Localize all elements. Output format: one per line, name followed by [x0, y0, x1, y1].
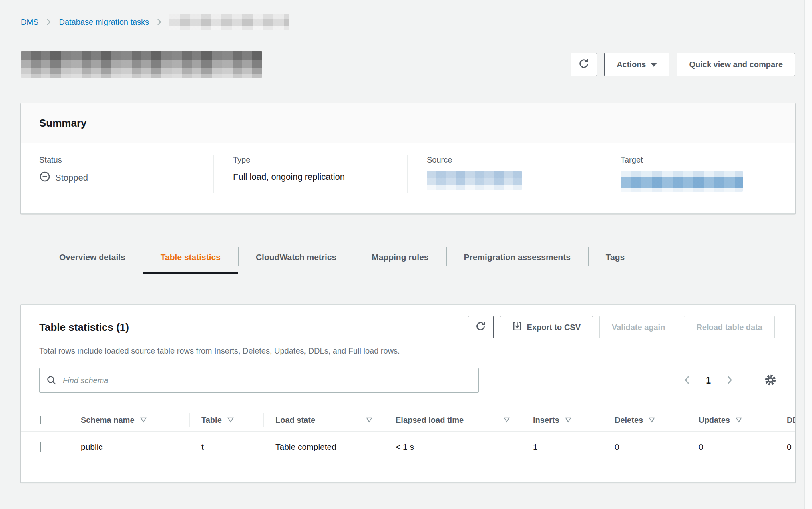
tab-tags[interactable]: Tags [588, 242, 642, 273]
tab-cloudwatch-metrics[interactable]: CloudWatch metrics [238, 242, 354, 273]
column-label: Elapsed load time [396, 416, 464, 425]
sort-icon[interactable] [140, 417, 147, 423]
type-value: Full load, ongoing replication [233, 171, 388, 183]
quick-view-compare-label: Quick view and compare [689, 60, 783, 69]
cell-deletes: 0 [603, 442, 687, 452]
summary-col-status: Status Stopped [21, 155, 213, 193]
column-label: Inserts [533, 416, 559, 425]
table-statistics-title: Table statistics (1) [39, 321, 129, 334]
table-statistics-header: Table statistics (1) Export to CSV Valid… [21, 316, 795, 338]
row-checkbox[interactable] [40, 442, 41, 452]
cell-load-state: Table completed [263, 442, 384, 452]
actions-button[interactable]: Actions [604, 53, 669, 76]
table-refresh-button[interactable] [468, 316, 494, 338]
refresh-icon [475, 321, 486, 334]
breadcrumb: DMS Database migration tasks [21, 14, 795, 30]
page-header: Actions Quick view and compare [21, 51, 795, 78]
breadcrumb-chevron-icon [156, 18, 162, 26]
column-header-updates[interactable]: Updates [687, 408, 775, 431]
next-page-button[interactable] [722, 374, 737, 387]
status-stopped-icon [39, 171, 50, 185]
source-label: Source [427, 155, 582, 165]
cell-ddls: 0 [775, 442, 795, 452]
summary-card-header: Summary [21, 103, 795, 143]
status-text: Stopped [55, 173, 88, 183]
sort-icon[interactable] [227, 417, 234, 423]
search-icon [46, 375, 57, 387]
tab-table-statistics[interactable]: Table statistics [143, 242, 238, 273]
cell-elapsed-load-time: < 1 s [384, 442, 521, 452]
breadcrumb-current-redacted [169, 14, 289, 30]
refresh-icon [578, 58, 589, 71]
row-checkbox-cell [21, 442, 69, 452]
header-checkbox-cell [21, 416, 69, 424]
cell-updates: 0 [687, 442, 775, 452]
sort-icon[interactable] [565, 417, 571, 423]
validate-again-button[interactable]: Validate again [599, 316, 677, 338]
column-header-deletes[interactable]: Deletes [603, 408, 687, 431]
reload-table-data-button[interactable]: Reload table data [684, 316, 775, 338]
table-statistics-description: Total rows include loaded source table r… [39, 346, 777, 356]
tab-mapping-rules[interactable]: Mapping rules [354, 242, 446, 273]
header-actions: Actions Quick view and compare [571, 53, 795, 76]
sort-icon[interactable] [649, 417, 655, 423]
export-to-csv-label: Export to CSV [527, 323, 581, 332]
breadcrumb-link-dms[interactable]: DMS [21, 18, 38, 27]
column-header-table[interactable]: Table [189, 408, 263, 431]
tab-premigration-assessments[interactable]: Premigration assessments [446, 242, 588, 273]
chevron-down-icon [651, 63, 657, 67]
sort-icon[interactable] [736, 417, 742, 423]
summary-title: Summary [39, 117, 777, 129]
table-row[interactable]: public t Table completed < 1 s 1 0 0 0 [21, 432, 795, 473]
refresh-button[interactable] [571, 53, 597, 76]
current-page-number: 1 [706, 375, 711, 386]
cell-schema-name: public [69, 442, 189, 452]
column-label: Deletes [615, 416, 643, 425]
type-label: Type [233, 155, 388, 165]
cell-table: t [189, 442, 263, 452]
cell-inserts: 1 [521, 442, 603, 452]
column-header-ddls[interactable]: DDLs [775, 408, 795, 431]
select-all-checkbox[interactable] [40, 416, 41, 424]
export-to-csv-button[interactable]: Export to CSV [500, 316, 593, 338]
validate-again-label: Validate again [612, 323, 665, 332]
find-schema-input[interactable] [39, 368, 479, 393]
preferences-button[interactable] [764, 374, 777, 388]
column-header-elapsed-load-time[interactable]: Elapsed load time [384, 408, 521, 431]
quick-view-compare-button[interactable]: Quick view and compare [677, 53, 795, 76]
sort-icon[interactable] [504, 417, 510, 423]
summary-grid: Status Stopped Type Full load, ongoing r… [21, 143, 795, 213]
sort-icon[interactable] [366, 417, 372, 423]
target-endpoint-redacted[interactable] [621, 171, 743, 192]
column-label: Load state [275, 416, 315, 425]
previous-page-button[interactable] [679, 374, 695, 387]
chevron-left-icon [683, 374, 691, 387]
column-label: Table [201, 416, 222, 425]
schema-search [39, 368, 479, 393]
summary-col-target: Target [601, 155, 795, 193]
status-value: Stopped [39, 171, 194, 185]
chevron-right-icon [725, 374, 734, 387]
summary-col-source: Source [407, 155, 601, 193]
table-statistics-table: Schema name Table Load state Elapsed loa… [21, 408, 795, 473]
download-icon [512, 321, 522, 333]
column-header-load-state[interactable]: Load state [263, 408, 384, 431]
column-label: DDLs [787, 416, 795, 425]
gear-icon [764, 374, 777, 388]
task-name-redacted [21, 51, 262, 78]
table-statistics-buttons: Export to CSV Validate again Reload tabl… [468, 316, 775, 338]
tab-overview-details[interactable]: Overview details [42, 242, 143, 273]
status-label: Status [39, 155, 194, 165]
pagination-divider [752, 369, 752, 392]
source-endpoint-redacted[interactable] [427, 171, 522, 190]
dms-task-page: DMS Database migration tasks Actions Qui… [0, 0, 812, 483]
table-statistics-card: Table statistics (1) Export to CSV Valid… [21, 304, 795, 483]
column-header-inserts[interactable]: Inserts [521, 408, 603, 431]
breadcrumb-link-tasks[interactable]: Database migration tasks [59, 18, 149, 27]
table-filter-row: 1 [39, 368, 777, 393]
breadcrumb-chevron-icon [46, 18, 52, 26]
pagination: 1 [679, 369, 777, 392]
actions-button-label: Actions [617, 60, 646, 69]
summary-card: Summary Status Stopped Type Full load, o… [21, 103, 795, 214]
column-header-schema-name[interactable]: Schema name [69, 408, 189, 431]
